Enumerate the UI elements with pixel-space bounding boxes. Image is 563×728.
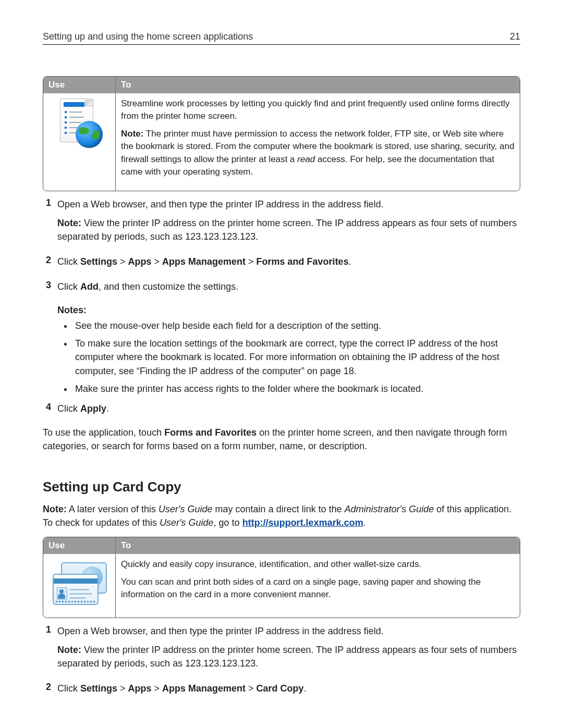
cc-step-1-num: 1 (46, 624, 57, 675)
forms-use-paragraph: To use the application, touch Forms and … (43, 426, 520, 453)
cc-note-p2: may contain a direct link to the (213, 504, 345, 514)
table2-desc1: Quickly and easily copy insurance, ident… (121, 558, 515, 571)
cc-step-2-post: . (304, 683, 307, 694)
table2-desc2: You can scan and print both sides of a c… (121, 576, 515, 601)
gt-separator: > (117, 683, 128, 694)
step-4-b1: Apply (80, 403, 106, 414)
forms-favorites-icon-cell (43, 93, 116, 191)
table1-header-to: To (116, 77, 520, 93)
notes-list: See the mouse-over help beside each fiel… (60, 319, 520, 395)
step-1-note: Note: View the printer IP address on the… (57, 216, 520, 243)
step-1-note-text: View the printer IP address on the print… (57, 218, 517, 242)
cc-note-p4: , go to (214, 517, 242, 528)
cc-step-1: 1 Open a Web browser, and then type the … (43, 624, 520, 675)
cc-step-2-b4: Card Copy (256, 683, 304, 694)
cc-note-em3: User's Guide (160, 517, 213, 528)
step-2-pre: Click (57, 256, 80, 267)
cc-step-1-note: Note: View the printer IP address on the… (57, 643, 520, 670)
step-2-text: Click Settings > Apps > Apps Management … (57, 255, 520, 268)
table2-desc-cell: Quickly and easily copy insurance, ident… (116, 554, 520, 618)
table2-header-to: To (116, 537, 520, 554)
cc-step-2-num: 2 (46, 682, 57, 700)
step-3-text: Click Add, and then customize the settin… (57, 280, 520, 293)
page-number: 21 (510, 31, 520, 42)
cc-step-2-b1: Settings (80, 683, 117, 694)
card-copy-intro-note: Note: A later version of this User's Gui… (43, 502, 520, 529)
step-4-post: . (106, 403, 109, 414)
table1-note: Note: The printer must have permission t… (121, 128, 515, 178)
card-copy-icon-cell (43, 554, 116, 618)
step-3-num: 3 (46, 280, 57, 299)
step-2-b1: Settings (80, 256, 117, 267)
step-4-pre: Click (57, 403, 80, 414)
step-3-b1: Add (80, 281, 99, 292)
gt-separator: > (117, 256, 128, 267)
forms-use-b1: Forms and Favorites (164, 427, 256, 438)
cc-step-1-note-text: View the printer IP address on the print… (57, 645, 517, 669)
cc-note-p1: A later version of this (67, 504, 158, 514)
notes-item-2: To make sure the location settings of th… (73, 337, 520, 377)
table2-header-use: Use (43, 537, 116, 554)
gt-separator: > (152, 683, 163, 694)
step-4-text: Click Apply. (57, 402, 520, 415)
cc-note-em1: User's Guide (158, 504, 212, 514)
header-title: Setting up and using the home screen app… (43, 31, 253, 42)
notes-item-3: Make sure the printer has access rights … (73, 382, 520, 396)
step-3: 3 Click Add, and then customize the sett… (43, 280, 520, 299)
note-label: Note: (57, 218, 81, 228)
step-2: 2 Click Settings > Apps > Apps Managemen… (43, 255, 520, 274)
step-2-post: . (349, 256, 351, 267)
step-2-num: 2 (46, 255, 57, 274)
step-3-post: , and then customize the settings. (99, 281, 238, 292)
forms-use-pre: To use the application, touch (43, 427, 164, 438)
cc-step-2-pre: Click (57, 683, 80, 694)
card-copy-table: Use To Quickly and easily copy insurance… (43, 537, 520, 618)
step-1: 1 Open a Web browser, and then type the … (43, 198, 520, 249)
gt-separator: > (152, 256, 163, 267)
note-label: Note: (57, 645, 81, 655)
forms-favorites-icon (56, 98, 103, 148)
cc-step-1-text: Open a Web browser, and then type the pr… (57, 624, 520, 638)
forms-favorites-table: Use To Streamline work processes by le (43, 76, 520, 191)
step-2-b2: Apps (128, 256, 152, 267)
card-copy-heading: Setting up Card Copy (43, 479, 520, 495)
support-link[interactable]: http://support.lexmark.com (242, 517, 363, 528)
cc-step-2-text: Click Settings > Apps > Apps Management … (57, 682, 520, 695)
note-label: Note: (121, 129, 143, 139)
table1-header-use: Use (43, 77, 116, 93)
cc-step-2-b3: Apps Management (162, 683, 246, 694)
gt-separator: > (246, 256, 256, 267)
gt-separator: > (246, 683, 256, 694)
step-4-num: 4 (46, 402, 57, 421)
page-header: Setting up and using the home screen app… (43, 31, 520, 45)
step-2-b3: Apps Management (162, 256, 246, 267)
step-4: 4 Click Apply. (43, 402, 520, 421)
table1-desc-cell: Streamline work processes by letting you… (116, 93, 520, 191)
cc-step-2: 2 Click Settings > Apps > Apps Managemen… (43, 682, 520, 700)
note-label: Note: (43, 504, 67, 514)
cc-step-2-b2: Apps (128, 683, 152, 694)
cc-note-p5: . (363, 517, 366, 528)
step-1-text: Open a Web browser, and then type the pr… (57, 198, 520, 211)
table1-desc1: Streamline work processes by letting you… (121, 97, 515, 122)
notes-item-1: See the mouse-over help beside each fiel… (73, 319, 520, 332)
card-copy-icon (53, 562, 106, 603)
step-3-pre: Click (57, 281, 80, 292)
table1-note-em: read (297, 154, 315, 164)
cc-note-em2: Administrator's Guide (345, 504, 434, 514)
step-2-b4: Forms and Favorites (256, 256, 349, 267)
notes-title: Notes: (43, 305, 520, 316)
step-1-num: 1 (46, 198, 57, 249)
